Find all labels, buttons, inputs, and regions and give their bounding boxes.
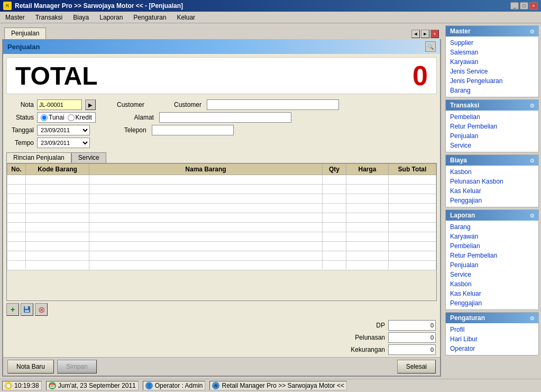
- sidebar-item-retur-pembelian[interactable]: Retur Pembelian: [450, 122, 534, 131]
- sidebar-laporan-barang[interactable]: Barang: [450, 223, 534, 231]
- table-container: No. Kode Barang Nama Barang Qty Harga Su…: [6, 163, 437, 301]
- nota-arrow-button[interactable]: ▶: [85, 99, 96, 110]
- tanggal-select[interactable]: 23/09/2011: [37, 125, 90, 135]
- menu-laporan[interactable]: Laporan: [96, 13, 126, 22]
- sidebar-item-kasbon[interactable]: Kasbon: [450, 168, 534, 176]
- sidebar-laporan-retur-pembelian[interactable]: Retur Pembelian: [450, 251, 534, 260]
- menu-master[interactable]: Master: [2, 13, 28, 22]
- kekurangan-label: Kekurangan: [348, 346, 385, 353]
- dp-input[interactable]: [388, 320, 436, 331]
- save-icon: [23, 306, 31, 313]
- window-nav: ◄ ► ×: [411, 30, 439, 39]
- left-area: Penjualan ◄ ► × Penjualan 🔍 TOTAL 0: [0, 23, 443, 379]
- bottom-buttons: Nota Baru Simpan Selesai: [3, 357, 440, 376]
- table-row: [7, 223, 436, 232]
- save-button[interactable]: [21, 303, 33, 316]
- sidebar-item-salesman[interactable]: Salesman: [450, 48, 534, 57]
- tunai-radio[interactable]: Tunai: [41, 114, 65, 121]
- sidebar-item-karyawan[interactable]: Karyawan: [450, 58, 534, 66]
- panel-search-button[interactable]: 🔍: [425, 41, 436, 52]
- pengaturan-collapse-btn[interactable]: ⊙: [530, 315, 534, 321]
- tempo-label: Tempo: [7, 139, 34, 147]
- transaksi-collapse-btn[interactable]: ⊙: [530, 103, 534, 108]
- delete-button[interactable]: ⊗: [35, 303, 48, 316]
- kredit-label: Kredit: [76, 114, 92, 121]
- sidebar-laporan-karyawan[interactable]: Karyawan: [450, 232, 534, 241]
- nav-left-button[interactable]: ◄: [411, 30, 420, 38]
- tempo-row: Tempo 23/09/2011: [7, 138, 436, 148]
- sidebar-item-penjualan[interactable]: Penjualan: [450, 132, 534, 140]
- menu-transaksi[interactable]: Transaksi: [32, 13, 66, 22]
- tab-service[interactable]: Service: [71, 152, 106, 163]
- form-area: Nota ▶ Customer Customer Status Tunai: [3, 97, 440, 150]
- window-close-button[interactable]: ×: [430, 30, 439, 38]
- close-button[interactable]: ×: [529, 2, 538, 10]
- dp-row: DP: [348, 320, 436, 331]
- master-collapse-btn[interactable]: ⊙: [530, 29, 534, 34]
- telepon-input[interactable]: [152, 125, 234, 135]
- nota-baru-button[interactable]: Nota Baru: [7, 360, 54, 373]
- pelunasan-label: Pelunasan: [348, 334, 385, 341]
- status-date: 📅 Jum'at, 23 September 2011: [46, 381, 139, 390]
- pelunasan-row: Pelunasan: [348, 332, 436, 343]
- maximize-button[interactable]: □: [520, 2, 528, 10]
- penjualan-window-tab[interactable]: Penjualan: [4, 28, 46, 39]
- sidebar-item-hari-libur[interactable]: Hari Libur: [450, 335, 534, 343]
- sidebar-laporan-section: Laporan ⊙ Barang Karyawan Pembelian Retu…: [445, 209, 539, 310]
- total-area: TOTAL 0: [6, 57, 437, 94]
- status-row: Status Tunai Kredit Alamat: [7, 112, 436, 123]
- sidebar-laporan-pembelian[interactable]: Pembelian: [450, 242, 534, 250]
- simpan-button[interactable]: Simpan: [57, 360, 97, 373]
- sidebar-item-service[interactable]: Service: [450, 141, 534, 150]
- sidebar-item-profil[interactable]: Profil: [450, 325, 534, 334]
- sidebar-item-jenis-pengeluaran[interactable]: Jenis Pengeluaran: [450, 77, 534, 85]
- sidebar-item-supplier[interactable]: Supplier: [450, 39, 534, 47]
- customer-input[interactable]: [207, 99, 339, 110]
- operator-text: Operator : Admin: [155, 382, 203, 389]
- tempo-select[interactable]: 23/09/2011: [37, 138, 90, 148]
- laporan-collapse-btn[interactable]: ⊙: [530, 213, 534, 218]
- sidebar-pengaturan-header: Pengaturan ⊙: [446, 313, 538, 323]
- kredit-radio[interactable]: Kredit: [68, 114, 92, 121]
- add-button[interactable]: +: [6, 303, 19, 316]
- table-row: [7, 261, 436, 270]
- left-buttons: Nota Baru Simpan: [7, 360, 97, 373]
- nota-input[interactable]: [37, 99, 82, 110]
- status-radio-group: Tunai Kredit: [37, 112, 96, 123]
- sidebar-laporan-content: Barang Karyawan Pembelian Retur Pembelia…: [446, 221, 538, 309]
- table-row: [7, 194, 436, 204]
- tab-rincian-penjualan[interactable]: Rincian Penjualan: [6, 152, 71, 163]
- menu-biaya[interactable]: Biaya: [70, 13, 92, 22]
- sidebar-laporan-penggajian[interactable]: Penggajian: [450, 299, 534, 307]
- sidebar-item-barang[interactable]: Barang: [450, 86, 534, 95]
- menu-keluar[interactable]: Keluar: [173, 13, 198, 22]
- sidebar-item-operator[interactable]: Operator: [450, 344, 534, 353]
- kekurangan-input[interactable]: [388, 344, 436, 355]
- sidebar-laporan-title: Laporan: [450, 212, 475, 219]
- col-kode: Kode Barang: [26, 164, 89, 175]
- minimize-button[interactable]: _: [510, 2, 519, 10]
- toolbar: + ⊗: [3, 301, 440, 318]
- sidebar-laporan-kas-keluar[interactable]: Kas Keluar: [450, 289, 534, 298]
- biaya-collapse-btn[interactable]: ⊙: [530, 158, 534, 163]
- sidebar-item-pelunasan-kasbon[interactable]: Pelunasan Kasbon: [450, 177, 534, 186]
- title-bar-text: Retail Manager Pro >> Sarwojaya Motor <<…: [15, 2, 183, 10]
- pelunasan-input[interactable]: [388, 332, 436, 343]
- sidebar-item-penggajian[interactable]: Penggajian: [450, 196, 534, 205]
- status-time: 🕙 10:19:38: [2, 381, 42, 390]
- sidebar-item-pembelian[interactable]: Pembelian: [450, 113, 534, 121]
- sidebar-biaya-section: Biaya ⊙ Kasbon Pelunasan Kasbon Kas Kelu…: [445, 154, 539, 207]
- menu-pengaturan[interactable]: Pengaturan: [130, 13, 169, 22]
- telepon-label-text: Telepon: [124, 126, 146, 134]
- sidebar-laporan-penjualan[interactable]: Penjualan: [450, 261, 534, 269]
- selesai-button[interactable]: Selesai: [397, 360, 436, 373]
- table-row: [7, 242, 436, 251]
- nav-right-button[interactable]: ►: [421, 30, 429, 38]
- alamat-input[interactable]: [159, 112, 291, 123]
- sidebar-item-jenis-service[interactable]: Jenis Service: [450, 67, 534, 76]
- sidebar-item-kas-keluar[interactable]: Kas Keluar: [450, 187, 534, 195]
- customer-label: Customer: [113, 101, 144, 108]
- data-table: No. Kode Barang Nama Barang Qty Harga Su…: [7, 163, 436, 270]
- sidebar-laporan-kasbon[interactable]: Kasbon: [450, 280, 534, 288]
- sidebar-laporan-service[interactable]: Service: [450, 270, 534, 279]
